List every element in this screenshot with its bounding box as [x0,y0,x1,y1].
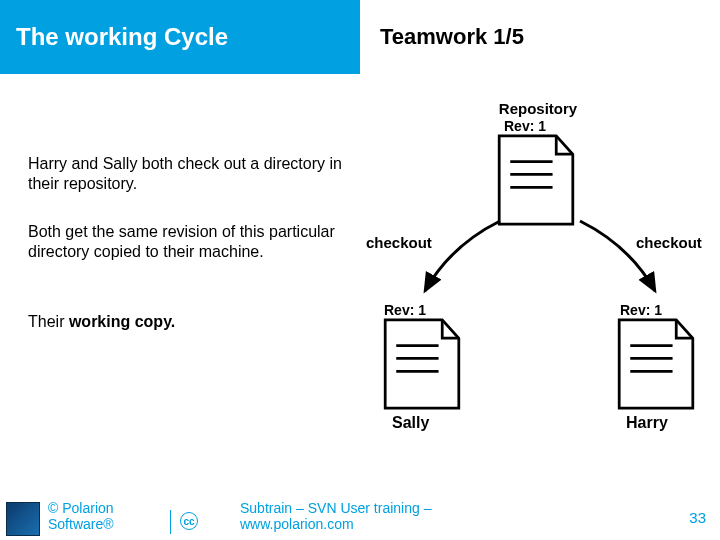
page-number: 33 [689,509,706,526]
title-bar: The working Cycle [0,0,360,74]
diagram: Repository Rev: 1 checkout checkout Rev:… [370,106,710,456]
copyright-line2: Software® [48,516,114,532]
footer-divider [170,510,171,534]
paragraph-2: Both get the same revision of this parti… [28,222,348,262]
harry-rev: Rev: 1 [620,302,662,318]
repository-rev: Rev: 1 [504,118,546,134]
repository-doc-icon [490,134,582,226]
footer-center-line2: www.polarion.com [240,516,354,532]
arrow-right-icon [570,216,670,306]
checkout-label-left: checkout [366,234,432,251]
paragraph-3-bold: working copy. [69,313,175,330]
sally-label: Sally [392,414,429,432]
sally-rev: Rev: 1 [384,302,426,318]
copyright-line1: © Polarion [48,500,114,516]
harry-doc-icon [610,318,702,410]
footer: © Polarion Software® cc Subtrain – SVN U… [0,500,720,540]
slide-subtitle: Teamwork 1/5 [380,24,524,50]
sally-doc-icon [376,318,468,410]
slide-title: The working Cycle [16,23,228,51]
repository-label: Repository [478,100,598,117]
footer-center: Subtrain – SVN User training – www.polar… [240,501,431,532]
footer-center-line1: Subtrain – SVN User training – [240,500,431,516]
checkout-label-right: checkout [636,234,702,251]
harry-label: Harry [626,414,668,432]
arrow-left-icon [410,216,510,306]
paragraph-1: Harry and Sally both check out a directo… [28,154,348,194]
polarion-logo-icon [6,502,40,536]
cc-icon: cc [180,512,198,530]
paragraph-3-prefix: Their [28,313,69,330]
copyright: © Polarion Software® [48,501,114,532]
paragraph-3: Their working copy. [28,312,348,332]
